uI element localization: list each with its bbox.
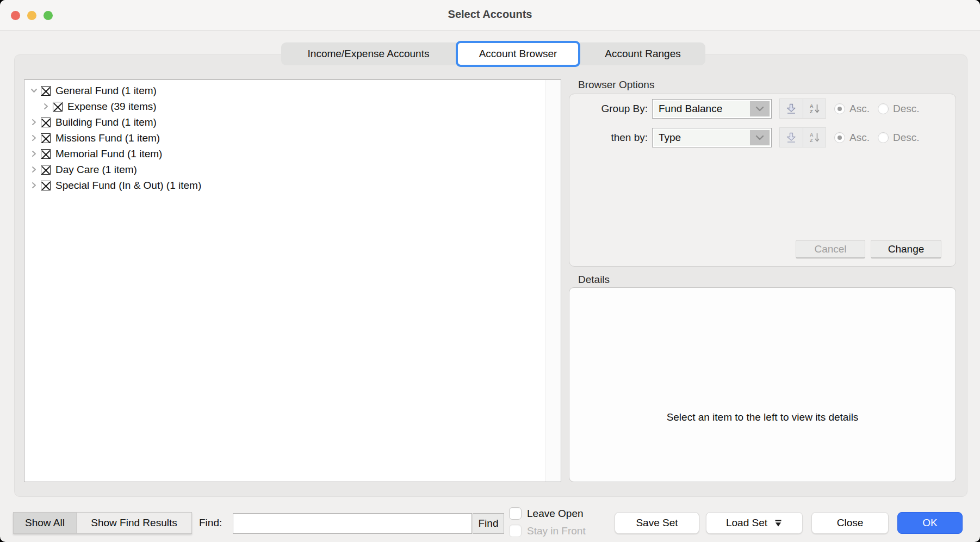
tree-row[interactable]: Missions Fund (1 item): [24, 130, 544, 146]
checkbox-unchecked-icon: [509, 525, 522, 537]
checkbox-mixed-icon[interactable]: [41, 118, 51, 127]
find-label: Find:: [199, 517, 222, 529]
find-input[interactable]: [233, 513, 472, 534]
stay-in-front-label: Stay in Front: [527, 525, 586, 537]
tab-account-ranges[interactable]: Account Ranges: [580, 42, 705, 65]
checkbox-unchecked-icon[interactable]: [509, 507, 522, 520]
ok-button[interactable]: OK: [897, 512, 963, 534]
tree-row[interactable]: Expense (39 items): [24, 98, 544, 114]
tree-item-label: Expense (39 items): [67, 101, 157, 113]
checkbox-mixed-icon[interactable]: [41, 86, 51, 96]
group-by-label: Group By:: [569, 103, 652, 115]
chevron-right-icon[interactable]: [30, 134, 38, 142]
chevron-right-icon[interactable]: [30, 118, 38, 126]
change-button[interactable]: Change: [871, 240, 941, 258]
checkbox-mixed-icon[interactable]: [41, 149, 51, 159]
sort-buttons: A Z: [779, 98, 826, 119]
details-title: Details: [578, 274, 610, 286]
svg-text:Z: Z: [810, 138, 813, 143]
tree-row[interactable]: Special Fund (In & Out) (1 item): [24, 177, 544, 193]
chevron-down-icon[interactable]: [30, 87, 38, 95]
leave-open-label: Leave Open: [527, 508, 584, 520]
browser-options-title: Browser Options: [578, 79, 654, 91]
load-set-label: Load Set: [726, 517, 767, 529]
tree-item-label: Special Fund (In & Out) (1 item): [55, 180, 201, 192]
close-button[interactable]: Close: [811, 512, 889, 534]
chevron-right-icon[interactable]: [42, 102, 50, 110]
account-tree-panel: General Fund (1 item) Expense (39 items)…: [24, 79, 561, 482]
tree-item-label: Missions Fund (1 item): [55, 132, 160, 144]
chevron-right-icon[interactable]: [30, 150, 38, 158]
show-mode-segmented-control: Show All Show Find Results: [13, 512, 192, 534]
move-down-icon[interactable]: [780, 128, 803, 147]
radio-selected-icon[interactable]: [834, 132, 845, 143]
tree-item-label: Building Fund (1 item): [55, 116, 157, 128]
sort-az-icon[interactable]: A Z: [803, 128, 826, 147]
tree-item-label: Memorial Fund (1 item): [55, 148, 162, 160]
group-by-value: Fund Balance: [653, 103, 722, 115]
desc-label: Desc.: [893, 132, 920, 144]
asc-label: Asc.: [849, 103, 870, 115]
group-by-desc-radio[interactable]: Desc.: [878, 103, 920, 115]
chevron-down-icon[interactable]: [750, 130, 770, 145]
then-by-value: Type: [653, 132, 681, 144]
leave-open-option[interactable]: Leave Open: [509, 507, 584, 520]
load-set-button[interactable]: Load Set: [706, 512, 803, 534]
show-find-results-button[interactable]: Show Find Results: [76, 513, 191, 533]
tab-account-browser[interactable]: Account Browser: [456, 41, 580, 67]
sort-az-icon[interactable]: A Z: [803, 99, 826, 118]
cancel-button[interactable]: Cancel: [796, 240, 865, 258]
chevron-right-icon[interactable]: [30, 181, 38, 189]
tree-row[interactable]: General Fund (1 item): [24, 83, 544, 98]
radio-selected-icon[interactable]: [834, 103, 845, 114]
desc-label: Desc.: [893, 103, 920, 115]
title-bar: Select Accounts: [0, 0, 980, 31]
asc-label: Asc.: [849, 132, 870, 144]
chevron-right-icon[interactable]: [30, 165, 38, 174]
account-tree: General Fund (1 item) Expense (39 items)…: [24, 83, 544, 193]
find-button[interactable]: Find: [473, 513, 504, 534]
checkbox-mixed-icon[interactable]: [53, 102, 63, 112]
checkbox-mixed-icon[interactable]: [41, 165, 51, 175]
then-by-asc-radio[interactable]: Asc.: [834, 132, 870, 144]
save-set-button[interactable]: Save Set: [615, 512, 699, 534]
svg-text:A: A: [810, 132, 814, 138]
move-down-icon[interactable]: [780, 99, 803, 118]
tree-item-label: General Fund (1 item): [55, 85, 157, 97]
then-by-row: then by: Type A Z: [569, 127, 920, 147]
group-by-row: Group By: Fund Balance A Z: [569, 98, 920, 119]
chevron-down-icon[interactable]: [750, 101, 770, 116]
tab-income-expense-accounts[interactable]: Income/Expense Accounts: [281, 42, 456, 65]
details-box: Select an item to the left to view its d…: [569, 287, 956, 482]
window-title: Select Accounts: [0, 8, 980, 21]
then-by-desc-radio[interactable]: Desc.: [878, 132, 920, 144]
tree-row[interactable]: Day Care (1 item): [24, 162, 544, 177]
browser-options-box: Group By: Fund Balance A Z: [569, 94, 956, 267]
checkbox-mixed-icon[interactable]: [41, 133, 51, 143]
tab-bar: Income/Expense Accounts Account Browser …: [281, 42, 705, 65]
group-by-select[interactable]: Fund Balance: [652, 99, 772, 119]
radio-unselected-icon[interactable]: [878, 132, 889, 143]
svg-text:A: A: [810, 103, 814, 109]
tree-row[interactable]: Building Fund (1 item): [24, 114, 544, 130]
stay-in-front-option: Stay in Front: [509, 525, 586, 537]
show-all-button[interactable]: Show All: [14, 513, 76, 533]
tree-item-label: Day Care (1 item): [55, 164, 137, 176]
then-by-select[interactable]: Type: [652, 128, 772, 147]
sort-buttons: A Z: [779, 127, 826, 147]
radio-unselected-icon[interactable]: [878, 103, 889, 114]
svg-text:Z: Z: [810, 109, 813, 114]
details-empty-message: Select an item to the left to view its d…: [667, 411, 859, 423]
checkbox-mixed-icon[interactable]: [41, 181, 51, 190]
then-by-label: then by:: [569, 132, 652, 144]
tree-scrollbar[interactable]: [545, 80, 561, 482]
tree-row[interactable]: Memorial Fund (1 item): [24, 146, 544, 162]
load-set-menu-icon: [774, 519, 783, 527]
select-accounts-dialog: Select Accounts Income/Expense Accounts …: [0, 0, 980, 542]
group-by-asc-radio[interactable]: Asc.: [834, 103, 870, 115]
